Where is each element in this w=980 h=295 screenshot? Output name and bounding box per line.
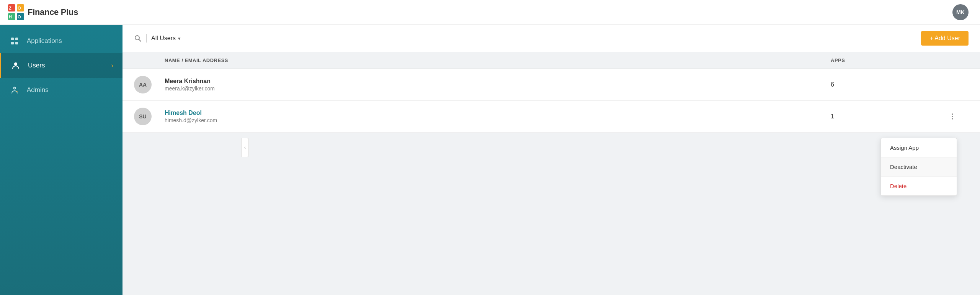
filter-dropdown-label: All Users: [151, 35, 176, 42]
context-menu-delete[interactable]: Delete: [881, 177, 957, 195]
filter-bar: All Users ▾ + Add User: [122, 25, 980, 52]
topbar: MK: [122, 0, 980, 25]
user-avatar-badge[interactable]: MK: [952, 4, 969, 20]
user-apps-meera: 6: [831, 81, 946, 88]
app-logo: Z O H O Finance Plus: [8, 4, 78, 21]
svg-text:Z: Z: [9, 6, 11, 10]
svg-rect-9: [15, 38, 18, 40]
chevron-right-icon: ›: [111, 62, 113, 69]
svg-point-14: [14, 88, 15, 89]
content-area: All Users ▾ + Add User NAME / EMAIL ADDR…: [122, 25, 980, 295]
user-name-meera: Meera Krishnan: [165, 78, 831, 85]
svg-rect-11: [15, 42, 18, 44]
sidebar-item-admins-label: Admins: [27, 86, 49, 94]
user-info-meera: Meera Krishnan meera.k@zylker.com: [165, 78, 831, 92]
search-icon[interactable]: [134, 34, 142, 42]
table-row: AA Meera Krishnan meera.k@zylker.com 6: [122, 69, 980, 101]
svg-text:O: O: [18, 15, 21, 19]
context-menu-assign-app[interactable]: Assign App: [881, 138, 957, 157]
sidebar-item-applications-label: Applications: [27, 37, 62, 45]
main-area: MK All Users ▾ + Add User NAME / EMAIL A…: [122, 0, 980, 295]
user-avatar-su: SU: [134, 108, 152, 125]
grid-icon: [9, 36, 20, 46]
svg-point-12: [14, 62, 17, 66]
header-actions-col: [946, 57, 969, 63]
zoho-logo-icon: Z O H O: [8, 4, 24, 21]
svg-line-16: [139, 39, 141, 41]
sidebar: Z O H O Finance Plus Applications: [0, 0, 122, 295]
svg-rect-8: [11, 38, 14, 40]
user-email-meera: meera.k@zylker.com: [165, 85, 831, 92]
user-action-menu-button[interactable]: [946, 110, 959, 123]
sidebar-item-users[interactable]: Users ›: [0, 53, 122, 78]
sidebar-item-applications[interactable]: Applications: [0, 29, 122, 53]
user-avatar-aa: AA: [134, 76, 152, 93]
users-table: NAME / EMAIL ADDRESS APPS AA Meera Krish…: [122, 52, 980, 295]
svg-point-19: [952, 118, 953, 120]
app-title: Finance Plus: [28, 7, 78, 17]
header-avatar-col: [134, 57, 165, 63]
chevron-down-icon: ▾: [178, 36, 181, 41]
sidebar-nav: Applications Users › Admins: [0, 25, 122, 102]
svg-text:O: O: [18, 6, 21, 10]
sidebar-item-admins[interactable]: Admins: [0, 78, 122, 102]
svg-point-18: [952, 116, 953, 117]
sidebar-item-users-label: Users: [28, 62, 45, 69]
table-row: SU Himesh Deol himesh.d@zylker.com 1: [122, 101, 980, 133]
user-apps-himesh: 1: [831, 113, 946, 120]
user-info-himesh: Himesh Deol himesh.d@zylker.com: [165, 110, 831, 123]
svg-point-17: [952, 113, 953, 115]
svg-rect-10: [11, 42, 14, 44]
svg-text:H: H: [9, 15, 12, 19]
header-name-col: NAME / EMAIL ADDRESS: [165, 57, 831, 63]
admin-icon: [9, 85, 20, 95]
context-menu: Assign App Deactivate Delete: [880, 138, 957, 196]
sidebar-header: Z O H O Finance Plus: [0, 0, 122, 25]
all-users-dropdown[interactable]: All Users ▾: [151, 35, 181, 42]
user-name-himesh[interactable]: Himesh Deol: [165, 110, 831, 116]
header-apps-col: APPS: [831, 57, 946, 63]
sidebar-collapse-handle[interactable]: ‹: [241, 138, 249, 157]
context-menu-deactivate[interactable]: Deactivate: [881, 157, 957, 177]
add-user-button[interactable]: + Add User: [921, 31, 969, 46]
filter-divider: [146, 34, 147, 43]
user-icon: [10, 60, 21, 71]
user-email-himesh: himesh.d@zylker.com: [165, 117, 831, 123]
table-header: NAME / EMAIL ADDRESS APPS: [122, 52, 980, 69]
